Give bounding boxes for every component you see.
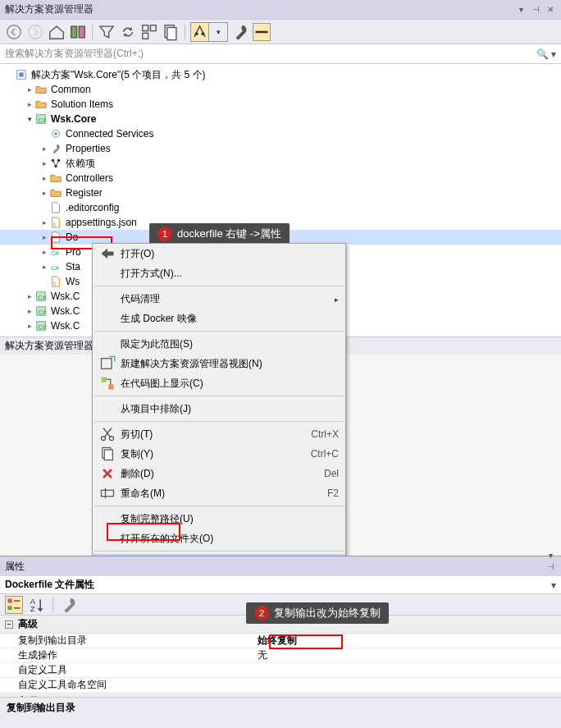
menu-item[interactable]: 打开所在的文件夹(O): [93, 529, 345, 548]
expand-arrow-icon[interactable]: [39, 263, 49, 271]
prop-value[interactable]: 始终复制: [254, 634, 561, 648]
tab-solution-explorer[interactable]: 解决方案资源管理器: [5, 339, 94, 353]
menu-item-label: 打开(O): [116, 247, 290, 261]
tree-node-label: Connected Services: [66, 128, 153, 140]
menu-item[interactable]: 复制(Y)Ctrl+C: [93, 444, 345, 464]
prop-row[interactable]: 自定义工具命名空间: [0, 678, 561, 693]
filter-button[interactable]: [98, 23, 116, 41]
expand-arrow-icon[interactable]: [25, 307, 34, 315]
tree-node-label: Ws: [66, 276, 80, 287]
properties-subheader: Dockerfile 文件属性 ▾: [0, 576, 561, 594]
tree-node[interactable]: .editorconfig: [0, 200, 561, 215]
prop-value[interactable]: [254, 678, 561, 692]
show-all-button[interactable]: [162, 23, 180, 41]
prop-value[interactable]: 无: [254, 648, 561, 662]
expand-arrow-icon[interactable]: [39, 189, 49, 197]
menu-item[interactable]: 代码清理: [93, 289, 345, 309]
menu-item[interactable]: 从项目中排除(J): [93, 399, 345, 419]
tree-node[interactable]: Common: [0, 82, 561, 97]
menu-item-label: 打开方式(N)...: [116, 267, 290, 281]
annotation-badge-1: 1: [157, 227, 172, 241]
search-bar[interactable]: 搜索解决方案资源管理器(Ctrl+;) 🔍 ▾: [0, 44, 561, 64]
tree-node[interactable]: Register: [0, 185, 561, 200]
expand-arrow-icon[interactable]: [39, 233, 49, 241]
close-icon[interactable]: ✕: [545, 4, 556, 16]
menu-item-label: 重命名(M): [116, 487, 290, 501]
collapse-icon[interactable]: −: [5, 620, 13, 629]
expand-arrow-icon[interactable]: [25, 115, 34, 123]
back-button[interactable]: [5, 23, 23, 41]
properties-grid[interactable]: −高级复制到输出目录始终复制生成操作无自定义工具自定义工具命名空间−杂项: [0, 616, 561, 697]
view-mode-1-button[interactable]: [191, 23, 209, 41]
tree-node[interactable]: 依赖项: [0, 156, 561, 171]
search-icon[interactable]: 🔍 ▾: [536, 48, 556, 60]
svg-rect-5: [150, 25, 156, 30]
expand-arrow-icon[interactable]: [25, 100, 34, 108]
context-menu[interactable]: 打开(O)打开方式(N)...代码清理生成 Docker 映像限定为此范围(S)…: [92, 243, 346, 575]
expand-arrow-icon[interactable]: [39, 218, 49, 227]
prop-pin-icon[interactable]: ⊣: [545, 561, 556, 572]
tree-node[interactable]: Solution Items: [0, 97, 561, 112]
properties-button[interactable]: [231, 23, 249, 41]
prop-row[interactable]: 生成操作无: [0, 648, 561, 663]
menu-item[interactable]: 复制完整路径(U): [93, 509, 345, 529]
menu-item[interactable]: 剪切(T)Ctrl+X: [93, 424, 345, 444]
prop-row[interactable]: 自定义工具: [0, 663, 561, 678]
expand-arrow-icon[interactable]: [39, 144, 49, 153]
tree-node-label: Controllers: [66, 172, 113, 184]
tree-node-label: Solution Items: [51, 98, 113, 110]
tree-node[interactable]: C#Wsk.Core: [0, 112, 561, 126]
tree-node[interactable]: Connected Services: [0, 126, 561, 141]
home-button[interactable]: [48, 23, 66, 41]
prop-name: 自定义工具: [0, 663, 254, 677]
expand-arrow-icon[interactable]: [25, 85, 34, 94]
solution-explorer-header: 解决方案资源管理器 ▾ ⊣ ✕: [0, 0, 561, 20]
menu-item[interactable]: 打开(O): [93, 244, 345, 263]
expand-arrow-icon[interactable]: [25, 292, 34, 300]
expand-arrow-icon[interactable]: [39, 159, 49, 167]
menu-item[interactable]: 新建解决方案资源管理器视图(N): [93, 354, 345, 373]
conn-icon: [49, 127, 62, 140]
alphabetical-button[interactable]: AZ: [28, 596, 46, 614]
svg-rect-37: [104, 450, 112, 460]
prop-sub-dropdown-icon[interactable]: ▾: [551, 579, 556, 591]
csproj-icon: C#: [34, 290, 48, 303]
categorized-button[interactable]: [5, 596, 23, 614]
menu-item[interactable]: 在代码图上显示(C): [93, 373, 345, 393]
prop-row[interactable]: 复制到输出目录始终复制: [0, 634, 561, 648]
pin-icon[interactable]: ⊣: [530, 4, 541, 16]
prop-dropdown-icon[interactable]: ▾: [545, 549, 556, 561]
prop-wrench-button[interactable]: [60, 596, 78, 614]
collapse-button[interactable]: [140, 23, 158, 41]
svg-point-9: [195, 32, 198, 35]
sync-button[interactable]: [119, 23, 137, 41]
prop-name: 复制到输出目录: [0, 634, 254, 648]
svg-point-17: [54, 132, 57, 135]
menu-item[interactable]: 重命名(M)F2: [93, 483, 345, 503]
menu-separator: [94, 331, 344, 332]
menu-item[interactable]: 删除(D)Del: [93, 464, 345, 483]
folder-icon: [34, 83, 48, 96]
tree-node-label: .editorconfig: [66, 202, 119, 213]
switch-view-button[interactable]: [69, 23, 87, 41]
forward-button[interactable]: [26, 23, 44, 41]
expand-arrow-icon[interactable]: [39, 174, 49, 182]
solution-root[interactable]: 解决方案"Wsk.Core"(5 个项目，共 5 个): [0, 67, 561, 82]
menu-item-shortcut: [290, 293, 339, 304]
svg-text:C#: C#: [51, 264, 60, 272]
expand-arrow-icon[interactable]: [39, 248, 49, 256]
tree-node[interactable]: Controllers: [0, 171, 561, 185]
dropdown-icon[interactable]: ▾: [515, 4, 527, 16]
prop-value[interactable]: [254, 663, 561, 677]
expand-arrow-icon[interactable]: [25, 322, 34, 330]
svg-rect-38: [102, 490, 114, 497]
view-mode-2-button[interactable]: ▾: [209, 23, 227, 41]
menu-item[interactable]: 生成 Docker 映像: [93, 309, 345, 328]
preview-button[interactable]: [253, 23, 271, 41]
tree-node[interactable]: Properties: [0, 141, 561, 156]
menu-item[interactable]: 限定为此范围(S): [93, 334, 345, 354]
menu-separator: [94, 551, 344, 552]
svg-rect-31: [102, 359, 112, 369]
menu-item[interactable]: 打开方式(N)...: [93, 263, 345, 283]
svg-text:C#: C#: [51, 250, 60, 257]
